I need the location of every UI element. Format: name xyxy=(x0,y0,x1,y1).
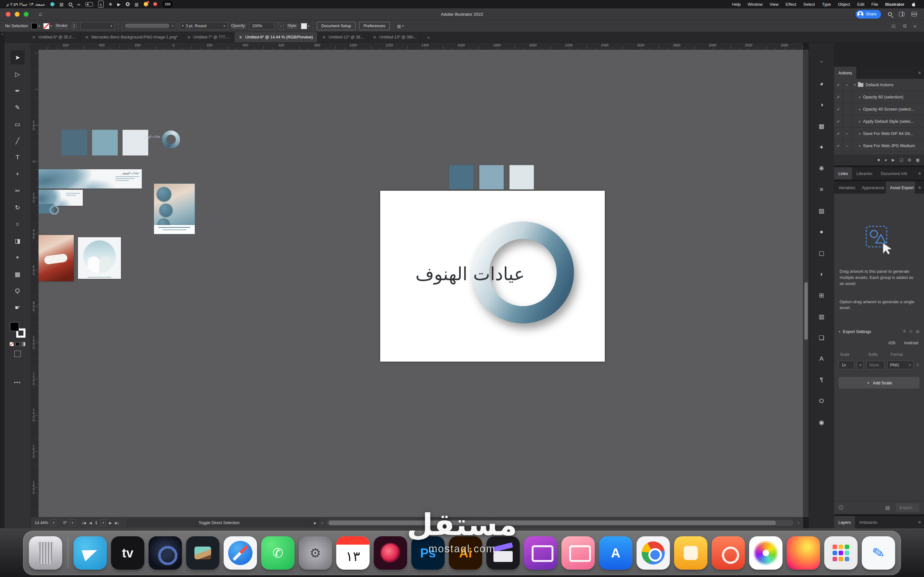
snowflake-icon[interactable]: ❄ xyxy=(109,1,112,8)
brush-select[interactable]: • 3 pt. Round ▾ xyxy=(180,22,228,30)
selection-tool[interactable]: ➤ xyxy=(11,50,25,64)
zoom-tool[interactable]: Ϙ xyxy=(11,284,25,298)
export-button[interactable]: Export... xyxy=(896,503,919,512)
action-row-1[interactable]: ✓▫▾Default Actions xyxy=(834,79,924,91)
menu-view[interactable]: View xyxy=(766,2,782,7)
input-source-badge[interactable]: ع xyxy=(98,1,103,8)
logo-arabic-text[interactable]: عيادات الهنوف xyxy=(395,258,545,291)
export-settings-header[interactable]: ▾ Export Settings ✚ ⧉ ▣ xyxy=(838,329,919,334)
disclosure-triangle-icon[interactable]: ▸ xyxy=(859,132,861,135)
zoom-level[interactable]: 14.44% xyxy=(35,521,48,525)
ruler-corner[interactable] xyxy=(31,43,39,50)
none-swatch[interactable] xyxy=(10,342,14,346)
dock-launchpad[interactable] xyxy=(824,536,858,570)
panels-collapse-chevron[interactable]: « xyxy=(821,59,822,64)
search-icon[interactable] xyxy=(888,12,892,16)
scrollbar-thumb[interactable] xyxy=(328,521,776,525)
tab-appearance[interactable]: Appearance xyxy=(858,181,886,193)
color-swatch-1[interactable] xyxy=(449,165,473,189)
dock-creative-cloud[interactable] xyxy=(374,536,407,570)
graph-tool[interactable]: ▦ xyxy=(11,267,25,281)
disclosure-triangle-icon[interactable]: ▾ xyxy=(838,330,840,334)
color-swatch-2[interactable] xyxy=(479,165,504,189)
opacity-input[interactable]: 100% xyxy=(249,22,274,30)
tab-links[interactable]: Links xyxy=(834,167,852,179)
duplicate-icon[interactable]: ⧉ xyxy=(909,329,912,334)
fill-swatch[interactable] xyxy=(31,23,37,29)
opacity-options-button[interactable]: › xyxy=(278,22,284,30)
tab-artboards[interactable]: Artboards xyxy=(855,516,881,528)
document-tab-5[interactable]: ✕Untitled-12* @ 38... xyxy=(318,32,368,42)
ellipse-tool[interactable]: ○ xyxy=(11,217,25,231)
battery-badge[interactable]: 299 xyxy=(162,1,173,8)
dock-safari[interactable] xyxy=(224,536,257,570)
dock-sketch-app[interactable]: ✎ xyxy=(862,536,895,570)
document-tab-1[interactable]: ✕Untitled-5* @ 35.3 ... xyxy=(27,32,81,42)
chip-artwork[interactable] xyxy=(39,204,54,213)
home-icon[interactable]: ⌂ xyxy=(39,11,42,17)
scale-tool[interactable]: ◨ xyxy=(11,234,25,248)
color-icon[interactable]: ❋ xyxy=(814,161,829,175)
document-tab-4[interactable]: ✕Untitled-8* @ 14.44 % (RGB/Preview) xyxy=(234,32,318,42)
align-options-control[interactable]: ▥ ▾ xyxy=(397,24,404,29)
dental-photo-artwork[interactable] xyxy=(39,235,74,281)
scissors-tool[interactable]: ✂ xyxy=(11,184,25,198)
suffix-field[interactable]: None xyxy=(866,361,885,369)
preferences-button[interactable]: Preferences xyxy=(359,22,389,30)
mini-logo-text[interactable]: عيادات الهنوف xyxy=(135,135,160,138)
dock-telegram[interactable] xyxy=(73,536,107,570)
close-tab-icon[interactable]: ✕ xyxy=(187,35,191,40)
play-icon[interactable]: ▶ xyxy=(118,1,121,8)
stroke-panel-icon[interactable]: O xyxy=(814,394,829,408)
dock-trash[interactable] xyxy=(29,536,62,570)
scrollbar-thumb[interactable] xyxy=(804,282,808,340)
action-dialog-toggle[interactable]: ▫ xyxy=(843,127,851,139)
fill-stroke-control[interactable] xyxy=(9,322,26,338)
close-tab-icon[interactable]: ✕ xyxy=(239,35,242,40)
document-tab-2[interactable]: ✕Mercedes-Benz-Background-PNG-Image-1.pn… xyxy=(81,32,183,42)
canvas[interactable]: عيادات الهنوف عيادات الهنوف xyxy=(39,50,803,517)
scale-value-field[interactable]: 1x xyxy=(838,361,855,369)
color-swatch[interactable] xyxy=(15,342,19,346)
hand-tool[interactable]: ☛ xyxy=(11,300,25,314)
delete-icon[interactable]: ▦ xyxy=(916,158,919,162)
contrast-icon[interactable]: ◑ xyxy=(814,98,829,112)
banner-artwork-1[interactable]: عيادات الهنوف xyxy=(39,169,142,189)
arrange-icon[interactable]: ⧉ xyxy=(903,23,907,29)
shaper-tool[interactable]: + xyxy=(11,167,25,181)
next-artboard-button[interactable]: ▶ xyxy=(109,521,111,525)
dock-calendar[interactable]: ١٣ xyxy=(336,536,370,570)
action-checkbox[interactable]: ✓ xyxy=(834,91,843,103)
hamburger-menu-icon[interactable]: ≡ xyxy=(913,23,916,29)
action-row-5[interactable]: ✓▫▸Save For Web GIF 64 Dit... xyxy=(834,127,924,140)
panel-menu-icon[interactable]: ≡ xyxy=(915,181,924,193)
record-ring-icon[interactable] xyxy=(126,2,129,6)
dock-amber-app[interactable] xyxy=(674,536,708,570)
disclosure-triangle-icon[interactable]: ▸ xyxy=(859,95,861,99)
comment-icon[interactable]: ◗ xyxy=(814,267,829,281)
stroke-label[interactable]: Stroke: xyxy=(55,23,68,29)
last-artboard-button[interactable]: ▶| xyxy=(115,521,119,525)
globe-icon[interactable]: ◉ xyxy=(814,415,829,429)
chevron-down-icon[interactable]: ▾ xyxy=(50,24,52,27)
scratch-swatch-2[interactable] xyxy=(92,130,118,155)
action-dialog-toggle[interactable] xyxy=(843,115,851,127)
disclosure-triangle-icon[interactable]: ▸ xyxy=(859,119,861,123)
link-icon[interactable]: ∞ xyxy=(78,1,80,8)
add-scale-button[interactable]: ＋ Add Scale xyxy=(838,377,919,388)
dock-lens-app[interactable] xyxy=(149,536,182,570)
action-checkbox[interactable]: ✓ xyxy=(834,115,843,127)
character-icon[interactable]: A xyxy=(814,351,829,366)
dock-illustrator[interactable]: Ai xyxy=(449,536,482,570)
remove-scale-icon[interactable]: ✕ xyxy=(916,363,919,367)
zoom-dropdown[interactable]: ▾ xyxy=(51,519,56,526)
direct-selection-tool[interactable]: ▷ xyxy=(11,67,25,81)
disclosure-triangle-icon[interactable]: ▸ xyxy=(859,144,861,147)
eyedropper-tool[interactable]: ⌖ xyxy=(11,250,25,264)
tab-asset-export[interactable]: Asset Export xyxy=(886,181,915,193)
record-icon[interactable]: ● xyxy=(885,158,887,162)
panel-menu-icon[interactable]: ≡ xyxy=(915,516,924,528)
scale-dropdown[interactable]: ▾ xyxy=(857,361,864,369)
chevron-down-icon[interactable]: ▾ xyxy=(39,24,40,27)
doctors-photo-artwork[interactable] xyxy=(78,237,121,279)
